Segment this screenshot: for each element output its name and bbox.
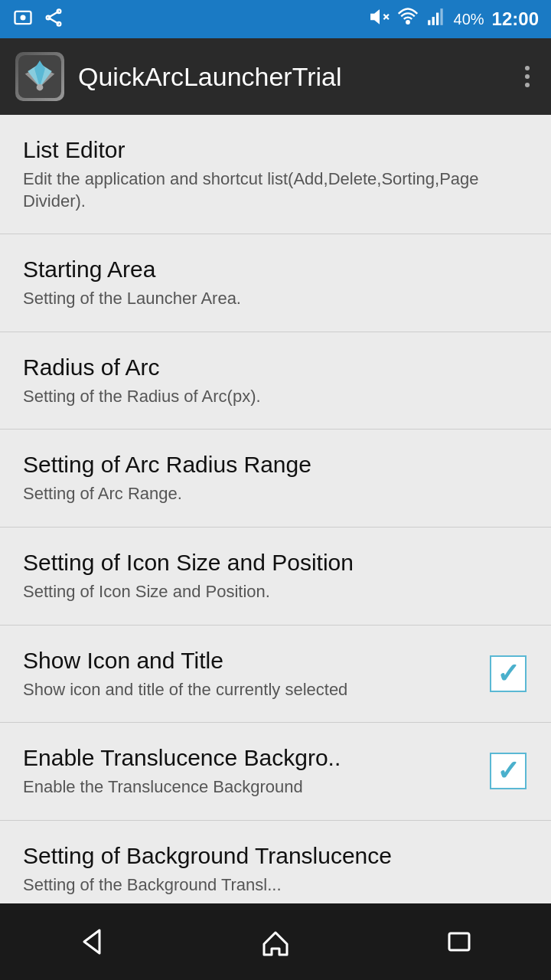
app-icon xyxy=(15,52,64,101)
settings-item-desc-show-icon-title: Show icon and title of the currently sel… xyxy=(23,679,473,701)
photo-icon xyxy=(12,7,34,31)
status-bar: 40% 12:00 xyxy=(0,0,551,38)
svg-rect-11 xyxy=(428,20,430,25)
navigation-bar xyxy=(0,903,551,980)
checkbox-translucence-background[interactable]: ✓ xyxy=(490,753,527,789)
svg-rect-13 xyxy=(436,13,439,25)
checkmark-show-icon-title: ✓ xyxy=(497,660,520,688)
settings-item-text-show-icon-title: Show Icon and TitleShow icon and title o… xyxy=(23,647,488,701)
settings-item-title-background-translucence: Setting of Background Translucence xyxy=(23,842,513,870)
settings-item-desc-background-translucence: Setting of the Background Transl... xyxy=(23,874,513,897)
settings-item-text-radius-of-arc: Radius of ArcSetting of the Radius of Ar… xyxy=(23,354,528,408)
svg-point-10 xyxy=(406,21,409,24)
app-bar: QuickArcLauncherTrial xyxy=(0,38,551,115)
settings-item-text-arc-radius-range: Setting of Arc Radius RangeSetting of Ar… xyxy=(23,451,528,505)
settings-list: List EditorEdit the application and shor… xyxy=(0,115,551,918)
overflow-menu-button[interactable] xyxy=(519,60,536,93)
checkbox-container-translucence-background: ✓ xyxy=(488,751,528,791)
settings-item-title-starting-area: Starting Area xyxy=(23,256,513,283)
overflow-dot-1 xyxy=(525,66,530,70)
svg-line-5 xyxy=(48,11,59,18)
svg-marker-7 xyxy=(371,11,379,22)
settings-item-title-list-editor: List Editor xyxy=(23,136,513,164)
settings-item-desc-translucence-background: Enable the Translucence Background xyxy=(23,776,473,799)
settings-item-text-translucence-background: Enable Translucence Backgro..Enable the … xyxy=(23,744,488,799)
svg-marker-17 xyxy=(84,930,99,953)
status-bar-left xyxy=(12,7,64,31)
signal-icon xyxy=(426,7,446,31)
settings-item-title-show-icon-title: Show Icon and Title xyxy=(23,647,473,675)
overflow-dot-2 xyxy=(525,74,530,79)
settings-item-icon-size-position[interactable]: Setting of Icon Size and PositionSetting… xyxy=(0,528,551,626)
svg-line-6 xyxy=(48,18,59,24)
settings-item-desc-arc-radius-range: Setting of Arc Range. xyxy=(23,483,513,505)
settings-item-starting-area[interactable]: Starting AreaSetting of the Launcher Are… xyxy=(0,234,551,332)
svg-point-1 xyxy=(21,15,26,21)
back-button[interactable] xyxy=(61,919,122,965)
settings-item-desc-list-editor: Edit the application and shortcut list(A… xyxy=(23,168,513,212)
overflow-dot-3 xyxy=(525,83,530,87)
checkbox-container-show-icon-title: ✓ xyxy=(488,654,528,694)
wifi-icon xyxy=(397,6,419,32)
settings-item-title-arc-radius-range: Setting of Arc Radius Range xyxy=(23,451,513,479)
svg-rect-18 xyxy=(449,933,469,950)
recent-button[interactable] xyxy=(429,919,490,965)
settings-item-text-background-translucence: Setting of Background TranslucenceSettin… xyxy=(23,842,528,897)
settings-item-desc-radius-of-arc: Setting of the Radius of Arc(px). xyxy=(23,386,513,408)
svg-rect-12 xyxy=(432,17,434,25)
checkmark-translucence-background: ✓ xyxy=(497,757,520,785)
settings-item-radius-of-arc[interactable]: Radius of ArcSetting of the Radius of Ar… xyxy=(0,332,551,430)
svg-point-16 xyxy=(37,84,44,91)
settings-item-text-starting-area: Starting AreaSetting of the Launcher Are… xyxy=(23,256,528,310)
settings-item-text-icon-size-position: Setting of Icon Size and PositionSetting… xyxy=(23,549,528,603)
settings-item-title-icon-size-position: Setting of Icon Size and Position xyxy=(23,549,513,577)
settings-item-list-editor[interactable]: List EditorEdit the application and shor… xyxy=(0,115,551,234)
settings-item-title-radius-of-arc: Radius of Arc xyxy=(23,354,513,381)
share-icon xyxy=(43,7,64,31)
app-title: QuickArcLauncherTrial xyxy=(78,62,342,92)
status-bar-right: 40% 12:00 xyxy=(370,6,539,32)
home-button[interactable] xyxy=(245,919,306,965)
svg-rect-14 xyxy=(440,8,442,25)
clock: 12:00 xyxy=(492,8,539,30)
settings-item-arc-radius-range[interactable]: Setting of Arc Radius RangeSetting of Ar… xyxy=(0,430,551,528)
checkbox-show-icon-title[interactable]: ✓ xyxy=(490,655,527,692)
settings-item-desc-icon-size-position: Setting of Icon Size and Position. xyxy=(23,581,513,603)
settings-item-title-translucence-background: Enable Translucence Backgro.. xyxy=(23,744,473,772)
mute-icon xyxy=(370,7,390,31)
settings-item-desc-starting-area: Setting of the Launcher Area. xyxy=(23,288,513,310)
settings-item-text-list-editor: List EditorEdit the application and shor… xyxy=(23,136,528,212)
settings-item-show-icon-title[interactable]: Show Icon and TitleShow icon and title o… xyxy=(0,626,551,724)
battery-indicator: 40% xyxy=(454,11,484,28)
app-bar-left: QuickArcLauncherTrial xyxy=(15,52,342,101)
settings-item-translucence-background[interactable]: Enable Translucence Backgro..Enable the … xyxy=(0,723,551,821)
